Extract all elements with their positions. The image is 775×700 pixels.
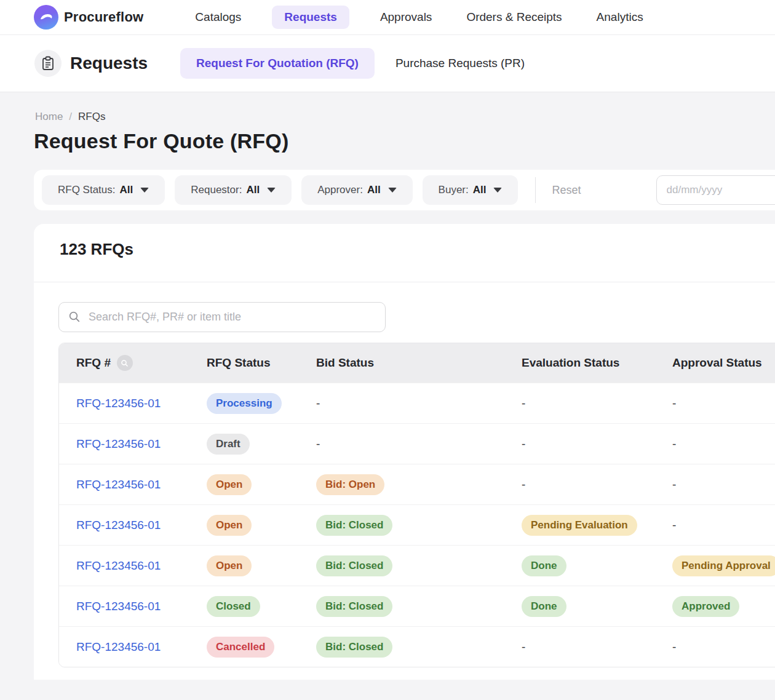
table-row: RFQ-123456-01 Processing - - - (59, 383, 775, 423)
brand-logo-icon (34, 5, 58, 30)
requests-icon-circle (34, 50, 62, 77)
rfq-link[interactable]: RFQ-123456-01 (76, 478, 161, 491)
cell-rfq-status: Open (207, 515, 316, 536)
status-badge: Processing (207, 393, 282, 414)
filter-buyer[interactable]: Buyer: All (423, 175, 519, 205)
status-badge: Open (207, 515, 252, 536)
table-row: RFQ-123456-01 Closed Bid: Closed Done Ap… (59, 586, 775, 626)
status-badge: Open (207, 474, 252, 495)
cell-evaluation-status: Pending Evaluation (522, 515, 672, 536)
tab-rfq[interactable]: Request For Quotation (RFQ) (180, 48, 375, 79)
filter-requestor[interactable]: Requestor: All (175, 175, 292, 205)
cell-rfq-status: Cancelled (207, 637, 316, 658)
cell-bid-status: Bid: Closed (316, 555, 522, 576)
cell-rfq-number: RFQ-123456-01 (76, 397, 207, 410)
nav-item-requests[interactable]: Requests (272, 6, 349, 29)
rfq-link[interactable]: RFQ-123456-01 (76, 519, 161, 531)
filter-rfq-status[interactable]: RFQ Status: All (42, 175, 165, 205)
rfq-link[interactable]: RFQ-123456-01 (76, 559, 161, 572)
status-badge: Done (522, 555, 566, 576)
cell-rfq-number: RFQ-123456-01 (76, 519, 207, 532)
cell-rfq-status: Open (207, 474, 316, 495)
rfq-link[interactable]: RFQ-123456-01 (76, 640, 161, 653)
search-input[interactable] (58, 302, 386, 332)
chevron-down-icon (140, 188, 149, 193)
cell-rfq-number: RFQ-123456-01 (76, 437, 207, 451)
clipboard-icon (41, 56, 55, 71)
status-badge: Done (522, 596, 566, 617)
empty-value: - (522, 640, 525, 653)
status-badge: Pending Approval (672, 555, 775, 576)
nav-item-catalogs[interactable]: Catalogs (191, 6, 245, 29)
empty-value: - (672, 437, 676, 450)
rfq-list-card: 123 RFQs RFQ # (34, 224, 775, 680)
filter-label: RFQ Status: (58, 184, 116, 196)
empty-value: - (672, 397, 676, 410)
content-area: Home / RFQs Request For Quote (RFQ) RFQ … (0, 92, 775, 700)
nav-item-orders-receipts[interactable]: Orders & Receipts (463, 6, 565, 29)
empty-value: - (522, 397, 525, 410)
status-badge: Draft (207, 434, 250, 455)
cell-rfq-number: RFQ-123456-01 (76, 478, 207, 491)
cell-evaluation-status: Done (522, 596, 672, 617)
filter-approver[interactable]: Approver: All (301, 175, 412, 205)
empty-value: - (316, 437, 320, 450)
table-row: RFQ-123456-01 Draft - - - (59, 423, 775, 464)
chevron-down-icon (267, 188, 276, 193)
search-box (58, 302, 386, 332)
cell-evaluation-status: - (522, 640, 672, 654)
cell-approval-status: Pending Approval (672, 555, 775, 576)
nav-item-analytics[interactable]: Analytics (593, 6, 647, 29)
nav-item-approvals[interactable]: Approvals (376, 6, 436, 29)
table-body: RFQ-123456-01 Processing - - - RFQ-12345… (59, 383, 775, 667)
cell-approval-status: - (672, 640, 775, 654)
empty-value: - (522, 437, 525, 450)
cell-evaluation-status: - (522, 437, 672, 451)
chevron-down-icon (493, 188, 502, 193)
breadcrumb: Home / RFQs (0, 92, 775, 123)
status-badge: Cancelled (207, 637, 274, 658)
cell-bid-status: Bid: Closed (316, 637, 522, 658)
cell-rfq-status: Open (207, 555, 316, 576)
cell-bid-status: Bid: Open (316, 474, 522, 495)
empty-value: - (672, 478, 676, 491)
table-row: RFQ-123456-01 Cancelled Bid: Closed - - (59, 626, 775, 667)
table-row: RFQ-123456-01 Open Bid: Closed Pending E… (59, 504, 775, 545)
cell-approval-status: - (672, 478, 775, 491)
top-nav: Procureflow Catalogs Requests Approvals … (0, 0, 775, 35)
search-icon (68, 311, 81, 325)
empty-value: - (316, 397, 320, 410)
cell-evaluation-status: Done (522, 555, 672, 576)
card-divider (34, 282, 775, 282)
page-title: Request For Quote (RFQ) (34, 129, 775, 153)
table-header-row: RFQ # RFQ Status Bid Status Evaluation S… (59, 343, 775, 383)
status-badge: Bid: Closed (316, 515, 392, 536)
rfq-link[interactable]: RFQ-123456-01 (76, 437, 161, 450)
date-filter-input[interactable] (656, 175, 775, 205)
column-search-icon[interactable] (117, 355, 133, 371)
tab-pr[interactable]: Purchase Requests (PR) (395, 57, 525, 70)
filter-divider (535, 177, 536, 203)
cell-rfq-number: RFQ-123456-01 (76, 640, 207, 654)
filter-bar: RFQ Status: All Requestor: All Approver:… (34, 170, 775, 210)
cell-rfq-status: Draft (207, 434, 316, 455)
filter-label: Buyer: (439, 184, 469, 196)
filter-value: All (246, 184, 260, 196)
rfq-table: RFQ # RFQ Status Bid Status Evaluation S… (58, 343, 775, 667)
cell-approval-status: - (672, 397, 775, 410)
table-row: RFQ-123456-01 Open Bid: Open - - (59, 464, 775, 504)
rfq-link[interactable]: RFQ-123456-01 (76, 600, 161, 613)
card-header: 123 RFQs (34, 224, 775, 259)
cell-bid-status: Bid: Closed (316, 515, 522, 536)
cell-bid-status: - (316, 437, 522, 451)
breadcrumb-home-link[interactable]: Home (35, 111, 63, 123)
column-header-evaluation-status: Evaluation Status (522, 356, 672, 370)
filter-label: Requestor: (191, 184, 242, 196)
rfq-link[interactable]: RFQ-123456-01 (76, 397, 161, 410)
status-badge: Approved (672, 596, 739, 617)
table-row: RFQ-123456-01 Open Bid: Closed Done Pend… (59, 545, 775, 586)
filter-value: All (367, 184, 381, 196)
filter-label: Approver: (317, 184, 363, 196)
reset-filters-button[interactable]: Reset (552, 184, 581, 197)
cell-approval-status: - (672, 437, 775, 451)
